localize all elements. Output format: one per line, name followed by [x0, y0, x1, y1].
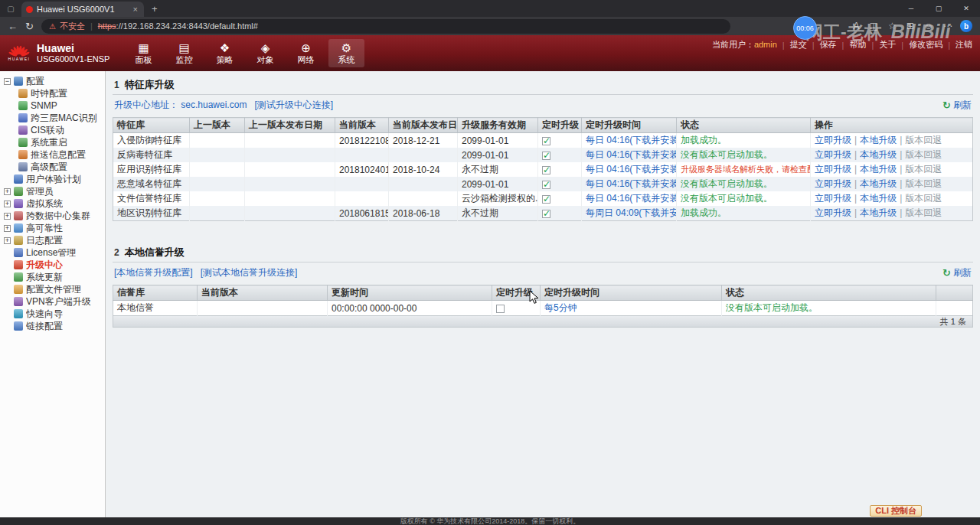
split-screen-icon[interactable]: ◫: [870, 21, 878, 31]
sidebar-item[interactable]: +跨数据中心集群: [0, 210, 105, 222]
version-rollback-link[interactable]: 版本回退: [905, 149, 942, 160]
sidebar-item[interactable]: 用户体验计划: [0, 173, 105, 185]
cell-feature-name: 反病毒特征库: [113, 148, 190, 162]
tree-expander-icon[interactable]: +: [4, 201, 11, 207]
upgrade-now-link[interactable]: 立即升级: [815, 164, 851, 174]
sidebar-item[interactable]: 系统重启: [0, 136, 105, 148]
nav-system[interactable]: ⚙系统: [328, 39, 364, 67]
tree-expander-icon[interactable]: +: [4, 213, 11, 220]
upgrade-now-link[interactable]: 立即升级: [815, 149, 851, 160]
sidebar-item[interactable]: 升级中心: [0, 259, 105, 271]
scheduled-time-link[interactable]: 每周日 04:09(下载并安装): [586, 207, 677, 218]
tab-actions-icon[interactable]: ▢: [0, 5, 21, 13]
minimize-button[interactable]: ─: [897, 0, 925, 17]
cli-console-button[interactable]: CLI 控制台: [870, 505, 922, 517]
new-tab-button[interactable]: +: [152, 3, 158, 15]
scheduled-time-link[interactable]: 每日 04:16(下载并安装): [586, 178, 677, 189]
settings-more-icon[interactable]: ⋯: [943, 21, 952, 31]
separator: |: [897, 207, 905, 218]
bing-chat-icon[interactable]: b: [960, 20, 972, 32]
tree-expander-icon[interactable]: +: [4, 237, 11, 244]
change-password-button[interactable]: 修改密码: [909, 39, 942, 51]
sidebar-item[interactable]: License管理: [0, 246, 105, 259]
profile-icon[interactable]: ☺: [924, 21, 933, 31]
logout-button[interactable]: 注销: [956, 39, 972, 51]
local-upgrade-link[interactable]: 本地升级: [860, 178, 897, 189]
collections-icon[interactable]: ⊞: [906, 21, 914, 31]
nav-monitor[interactable]: ▤监控: [166, 39, 202, 67]
browser-tab[interactable]: Huawei USG6000V1 ×: [21, 2, 144, 17]
upgrade-now-link[interactable]: 立即升级: [815, 207, 851, 218]
sidebar-item[interactable]: VPN客户端升级: [0, 295, 105, 308]
maximize-button[interactable]: ▢: [925, 0, 952, 17]
tree-expander-icon[interactable]: +: [4, 188, 11, 195]
sidebar-item[interactable]: SNMP: [0, 99, 105, 112]
sidebar-item[interactable]: +日志配置: [0, 234, 105, 246]
scheduled-upgrade-checkbox[interactable]: [542, 152, 550, 160]
sidebar-item[interactable]: 配置文件管理: [0, 283, 105, 295]
upgrade-now-link[interactable]: 立即升级: [815, 193, 851, 204]
local-upgrade-link[interactable]: 本地升级: [860, 135, 897, 145]
sidebar-item[interactable]: +高可靠性: [0, 222, 105, 234]
help-button[interactable]: 帮助: [849, 39, 866, 51]
address-bar[interactable]: ⚠ 不安全 | https://192.168.234.234:8443/def…: [41, 19, 730, 34]
local-upgrade-link[interactable]: 本地升级: [860, 149, 897, 160]
submit-button[interactable]: 提交: [790, 39, 807, 51]
sidebar-item[interactable]: 时钟配置: [0, 87, 105, 99]
tab-close-icon[interactable]: ×: [132, 5, 139, 14]
local-upgrade-link[interactable]: 本地升级: [860, 164, 897, 174]
scheduled-upgrade-checkbox[interactable]: [542, 166, 550, 174]
sidebar-item[interactable]: −配置: [0, 75, 105, 87]
version-rollback-link[interactable]: 版本回退: [905, 135, 942, 145]
version-rollback-link[interactable]: 版本回退: [905, 164, 942, 174]
test-local-reputation-link[interactable]: [测试本地信誉升级连接]: [201, 266, 298, 279]
scheduled-upgrade-checkbox[interactable]: [542, 210, 550, 218]
sidebar-item[interactable]: 快速向导: [0, 308, 105, 320]
local-reputation-config-link[interactable]: [本地信誉升级配置]: [114, 266, 193, 279]
scheduled-upgrade-checkbox[interactable]: [542, 137, 550, 145]
tree-expander-icon[interactable]: −: [4, 78, 11, 85]
sidebar-item[interactable]: CIS联动: [0, 124, 105, 136]
scheduled-upgrade-checkbox[interactable]: [496, 305, 505, 313]
nav-network[interactable]: ⊕网络: [288, 39, 324, 67]
sidebar-item[interactable]: 系统更新: [0, 271, 105, 283]
test-upgrade-center-link[interactable]: [测试升级中心连接]: [254, 99, 333, 112]
about-button[interactable]: 关于: [879, 39, 896, 51]
version-rollback-link[interactable]: 版本回退: [905, 178, 942, 189]
separator: |: [851, 178, 860, 189]
read-aloud-icon[interactable]: A: [854, 21, 860, 31]
version-rollback-link[interactable]: 版本回退: [905, 193, 942, 204]
save-button[interactable]: 保存: [820, 39, 837, 51]
reload-button[interactable]: ↻: [25, 21, 34, 32]
sidebar-item[interactable]: +虚拟系统: [0, 197, 105, 210]
sidebar-item[interactable]: 推送信息配置: [0, 148, 105, 161]
refresh-reputation-button[interactable]: ↻ 刷新: [942, 266, 972, 279]
sidebar-item[interactable]: 跨三层MAC识别: [0, 112, 105, 124]
nav-policy[interactable]: ❖策略: [207, 39, 243, 67]
upgrade-now-link[interactable]: 立即升级: [815, 178, 851, 189]
upgrade-center-address[interactable]: 升级中心地址： sec.huawei.com: [114, 99, 247, 112]
upgrade-now-link[interactable]: 立即升级: [815, 135, 851, 145]
local-upgrade-link[interactable]: 本地升级: [860, 193, 897, 204]
sidebar-item[interactable]: 链接配置: [0, 320, 105, 332]
tree-expander-icon[interactable]: +: [4, 225, 11, 232]
scheduled-time-link[interactable]: 每日 04:16(下载并安装): [586, 135, 677, 145]
scheduled-time-link[interactable]: 每日 04:16(下载并安装): [586, 193, 677, 204]
sidebar-item[interactable]: +管理员: [0, 185, 105, 197]
logo-caption: HUAWEI: [8, 57, 31, 61]
nav-object[interactable]: ◈对象: [247, 39, 283, 67]
favorites-icon[interactable]: ☆: [888, 21, 897, 31]
scheduled-time-link[interactable]: 每5分钟: [544, 302, 577, 313]
close-button[interactable]: ✕: [952, 0, 980, 17]
refresh-signature-button[interactable]: ↻ 刷新: [942, 99, 972, 112]
version-rollback-link[interactable]: 版本回退: [905, 207, 942, 218]
scheduled-time-link[interactable]: 每日 04:16(下载并安装): [586, 164, 677, 174]
scheduled-upgrade-checkbox[interactable]: [542, 181, 550, 189]
scheduled-upgrade-checkbox[interactable]: [542, 195, 550, 204]
local-upgrade-link[interactable]: 本地升级: [860, 207, 897, 218]
sidebar-item[interactable]: 高级配置: [0, 161, 105, 173]
nav-dashboard[interactable]: ▦面板: [126, 39, 162, 67]
security-warning-label[interactable]: 不安全: [60, 21, 85, 32]
scheduled-time-link[interactable]: 每日 04:16(下载并安装): [586, 149, 677, 160]
back-button[interactable]: ←: [8, 21, 18, 32]
